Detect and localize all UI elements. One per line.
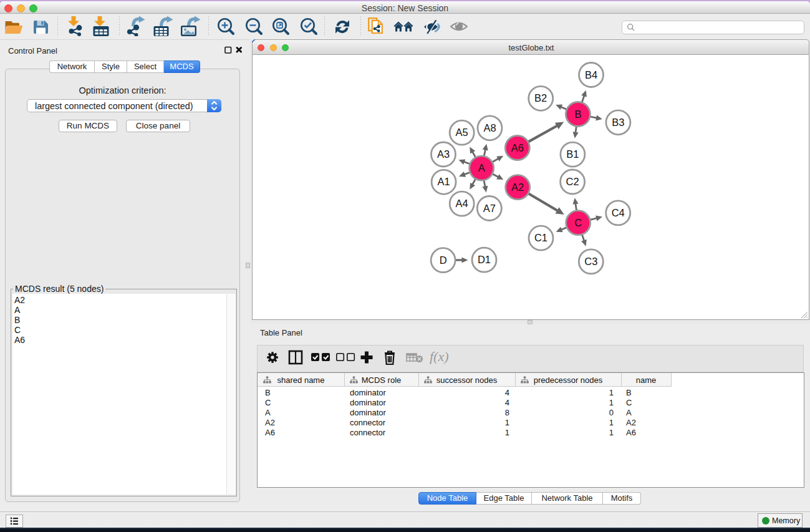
svg-text:D1: D1 bbox=[478, 254, 491, 265]
svg-text:C: C bbox=[574, 217, 582, 228]
svg-text:A5: A5 bbox=[456, 127, 468, 138]
svg-text:B: B bbox=[574, 109, 581, 120]
svg-text:C2: C2 bbox=[566, 176, 579, 187]
svg-text:D: D bbox=[440, 254, 447, 266]
svg-text:B2: B2 bbox=[534, 92, 547, 104]
svg-text:C1: C1 bbox=[534, 232, 547, 243]
svg-text:A8: A8 bbox=[483, 122, 496, 133]
svg-text:A: A bbox=[478, 162, 485, 173]
svg-text:A2: A2 bbox=[511, 181, 524, 193]
svg-text:A6: A6 bbox=[511, 142, 524, 153]
svg-text:A7: A7 bbox=[483, 203, 496, 214]
svg-text:C3: C3 bbox=[584, 256, 597, 267]
svg-text:C4: C4 bbox=[612, 207, 625, 218]
svg-text:A1: A1 bbox=[438, 176, 450, 187]
svg-text:B1: B1 bbox=[566, 148, 579, 160]
svg-text:B4: B4 bbox=[585, 69, 597, 80]
svg-text:B3: B3 bbox=[612, 117, 624, 128]
svg-text:A4: A4 bbox=[456, 198, 468, 209]
svg-text:A3: A3 bbox=[437, 148, 450, 160]
